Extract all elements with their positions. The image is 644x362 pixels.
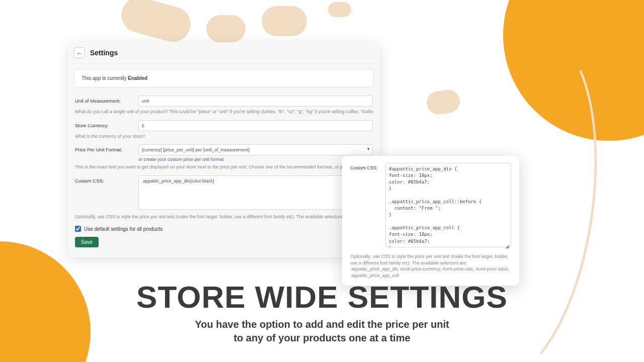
status-state: Enabled — [128, 75, 147, 81]
default-settings-checkbox[interactable] — [75, 226, 81, 232]
popout-css-label: Custom CSS: — [350, 163, 385, 170]
format-select[interactable] — [138, 144, 373, 155]
panel-header: ← Settings — [68, 42, 380, 64]
arrow-left-icon: ← — [76, 49, 83, 57]
status-prefix: This app is currently — [82, 75, 128, 81]
custom-css-popout: Custom CSS: ◢ Optionally, use CSS to sty… — [342, 156, 519, 286]
currency-label: Store Currency: — [75, 120, 138, 128]
unit-input[interactable] — [138, 96, 373, 107]
bg-blob-tan — [425, 88, 461, 116]
save-button[interactable]: Save — [75, 237, 99, 247]
format-help: This is the exact text you want to get d… — [75, 164, 373, 170]
currency-help: What is the currency of your store? — [75, 133, 373, 140]
back-button[interactable]: ← — [74, 47, 85, 58]
unit-label: Unit of Measurement: — [75, 96, 138, 104]
css-label: Custom CSS: — [75, 175, 138, 184]
bg-blob-tan — [206, 15, 246, 42]
settings-panel: ← Settings This app is currently Enabled… — [68, 42, 380, 257]
popout-css-help: Optionally, use CSS to style the price p… — [350, 253, 511, 279]
bg-blob-tan — [262, 6, 307, 36]
format-label: Price Per Unit Format: — [75, 144, 138, 152]
resize-handle-icon[interactable]: ◢ — [505, 243, 510, 248]
unit-help: What do you call a single unit of your p… — [75, 109, 373, 115]
popout-css-textarea[interactable] — [385, 163, 511, 247]
marketing-headline: STORE WIDE SETTINGS You have the option … — [0, 279, 644, 345]
custom-format-link[interactable]: or create your custom price per unit for… — [138, 157, 373, 162]
css-help: Optionally, use CSS to style the price p… — [75, 214, 373, 220]
currency-input[interactable] — [138, 120, 373, 131]
bg-blob-tan — [117, 0, 194, 46]
bg-blob-tan — [328, 2, 351, 17]
headline-line2: to any of your products one at a time — [233, 332, 410, 343]
headline-line1: You have the option to add and edit the … — [195, 319, 449, 330]
page-title: Settings — [90, 49, 118, 57]
status-card: This app is currently Enabled — [74, 69, 374, 87]
headline-title: STORE WIDE SETTINGS — [0, 279, 644, 315]
css-textarea[interactable] — [138, 175, 373, 210]
default-settings-label: Use default settings for all products — [84, 226, 163, 232]
